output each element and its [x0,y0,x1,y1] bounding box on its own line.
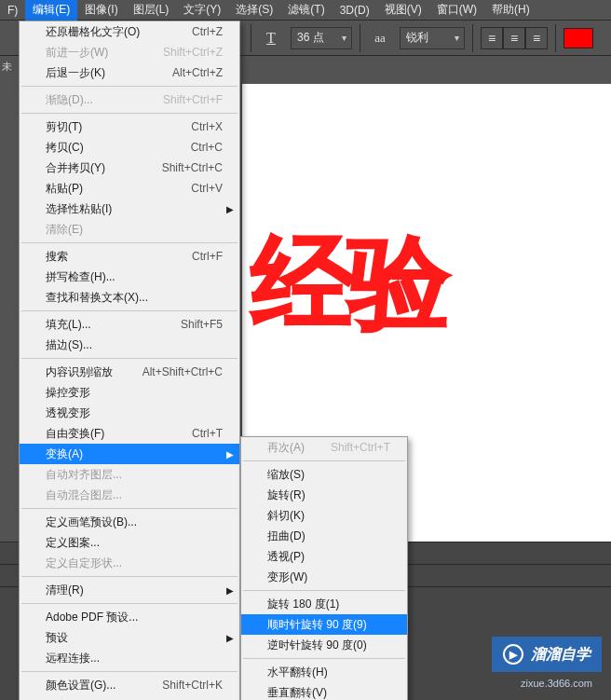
antialias-value: 锐利 [401,30,449,46]
menu-item-label: 定义画笔预设(B)... [46,515,223,530]
edit-menu-item[interactable]: 操控变形 [20,382,239,403]
menu-separator [243,460,405,461]
menu-separator [21,242,238,243]
edit-menu-item[interactable]: 拼写检查(H)... [20,267,239,287]
edit-menu-item[interactable]: 选择性粘贴(I)▶ [20,199,239,219]
menu-item-shortcut: Ctrl+Z [192,25,223,38]
edit-menu-item[interactable]: 描边(S)... [20,335,239,355]
chevron-down-icon[interactable]: ▾ [336,33,351,43]
menu-item-view[interactable]: 视图(V) [377,0,429,21]
menu-item-layer[interactable]: 图层(L) [126,0,177,21]
edit-menu-item[interactable]: 合并拷贝(Y)Shift+Ctrl+C [20,158,239,178]
menu-item-shortcut: Shift+Ctrl+T [331,441,390,454]
transform-menu-item[interactable]: 透视(P) [241,546,407,567]
edit-menu-item[interactable]: 查找和替换文本(X)... [20,287,239,308]
align-center-button[interactable]: ≡ [503,27,525,49]
edit-menu-dropdown: 还原栅格化文字(O)Ctrl+Z前进一步(W)Shift+Ctrl+Z后退一步(… [19,21,240,700]
menu-item-label: 自由变换(F) [46,426,183,442]
font-size-input[interactable]: 36 点 ▾ [291,27,352,49]
edit-menu-item[interactable]: 定义图案... [20,532,239,553]
menu-item-label: 清除(E) [46,222,223,238]
menu-separator [21,113,238,114]
edit-menu-item[interactable]: 粘贴(P)Ctrl+V [20,178,239,199]
menu-item-label: 描边(S)... [46,337,223,353]
menu-separator [243,658,405,659]
transform-menu-item[interactable]: 旋转 180 度(1) [241,594,407,614]
edit-menu-item[interactable]: 自由变换(F)Ctrl+T [20,423,239,444]
transform-menu-item[interactable]: 扭曲(D) [241,526,407,546]
menu-item-3d[interactable]: 3D(D) [333,1,377,20]
chevron-down-icon[interactable]: ▾ [449,33,464,43]
edit-menu-item[interactable]: 定义画笔预设(B)... [20,512,239,532]
transform-menu-item[interactable]: 顺时针旋转 90 度(9) [241,614,407,635]
edit-menu-item[interactable]: 透视变形 [20,403,239,423]
transform-menu-item[interactable]: 缩放(S) [241,464,407,485]
menu-item-shortcut: Shift+Ctrl+C [162,161,223,174]
menu-item-shortcut: Shift+Ctrl+Z [163,46,223,59]
menu-separator [21,603,238,604]
edit-menu-item: 自动混合图层... [20,485,239,505]
text-color-swatch[interactable] [563,28,593,48]
edit-menu-item: 定义自定形状... [20,553,239,573]
edit-menu-item[interactable]: 拷贝(C)Ctrl+C [20,137,239,158]
menu-item-label: 清理(R) [46,583,223,598]
transform-menu-item[interactable]: 变形(W) [241,567,407,587]
menu-item[interactable]: F) [0,1,25,20]
menu-item-label: 预设 [46,630,223,646]
menu-item-help[interactable]: 帮助(H) [484,0,537,21]
canvas-text-layer[interactable]: 经验 [251,214,445,353]
font-size-value[interactable]: 36 点 [292,30,336,46]
menu-item-shortcut: Ctrl+V [191,182,223,195]
edit-menu-item[interactable]: 剪切(T)Ctrl+X [20,117,239,137]
edit-menu-item[interactable]: 指定配置文件... [20,695,239,700]
edit-menu-item[interactable]: 颜色设置(G)...Shift+Ctrl+K [20,675,239,695]
menu-separator [21,86,238,87]
menu-item-label: 渐隐(D)... [46,92,154,108]
submenu-arrow-icon: ▶ [226,585,234,596]
menu-item-shortcut: Shift+Ctrl+K [162,679,223,692]
menu-item-select[interactable]: 选择(S) [228,0,280,21]
edit-menu-item[interactable]: 还原栅格化文字(O)Ctrl+Z [20,21,239,42]
transform-menu-item: 再次(A)Shift+Ctrl+T [241,437,407,458]
menu-item-label: 操控变形 [46,385,223,401]
edit-menu-item[interactable]: 填充(L)...Shift+F5 [20,314,239,335]
menu-item-label: 变换(A) [46,446,223,462]
menu-item-edit[interactable]: 编辑(E) [25,0,77,21]
menu-item-shortcut: Alt+Shift+Ctrl+C [143,365,223,378]
menu-item-label: 透视变形 [46,405,223,421]
edit-menu-item[interactable]: 远程连接... [20,648,239,668]
submenu-arrow-icon: ▶ [226,633,234,643]
menu-item-filter[interactable]: 滤镜(T) [280,0,332,21]
edit-menu-item: 清除(E) [20,219,239,240]
font-size-icon[interactable]: T [259,26,283,50]
menu-item-label: 选择性粘贴(I) [46,201,223,217]
menu-item-type[interactable]: 文字(Y) [176,0,228,21]
align-left-button[interactable]: ≡ [481,27,503,49]
edit-menu-item[interactable]: Adobe PDF 预设... [20,607,239,627]
edit-menu-item[interactable]: 内容识别缩放Alt+Shift+Ctrl+C [20,362,239,382]
edit-menu-item[interactable]: 变换(A)▶ [20,444,239,464]
menu-item-label: 远程连接... [46,651,223,666]
transform-menu-item[interactable]: 旋转(R) [241,485,407,505]
menu-item-shortcut: Ctrl+X [191,120,223,133]
menu-item-label: 斜切(K) [267,508,390,524]
menu-item-label: 缩放(S) [267,467,390,483]
antialias-select[interactable]: 锐利 ▾ [400,27,465,49]
transform-menu-item[interactable]: 斜切(K) [241,505,407,526]
align-right-button[interactable]: ≡ [525,27,548,49]
watermark-text: 溜溜自学 [531,645,591,665]
edit-menu-item[interactable]: 清理(R)▶ [20,580,239,600]
play-icon: ▶ [503,644,523,665]
edit-menu-item[interactable]: 后退一步(K)Alt+Ctrl+Z [20,62,239,83]
menu-item-image[interactable]: 图像(I) [77,0,125,21]
transform-menu-item[interactable]: 水平翻转(H) [241,662,407,682]
transform-menu-item[interactable]: 垂直翻转(V) [241,682,407,700]
menu-separator [21,576,238,577]
menu-item-shortcut: Shift+Ctrl+F [163,93,223,106]
edit-menu-item[interactable]: 预设▶ [20,627,239,648]
edit-menu-item[interactable]: 搜索Ctrl+F [20,246,239,267]
menu-item-label: 自动混合图层... [46,487,223,503]
transform-menu-item[interactable]: 逆时针旋转 90 度(0) [241,635,407,655]
menu-item-window[interactable]: 窗口(W) [429,0,484,21]
menu-item-label: 变形(W) [267,570,390,585]
